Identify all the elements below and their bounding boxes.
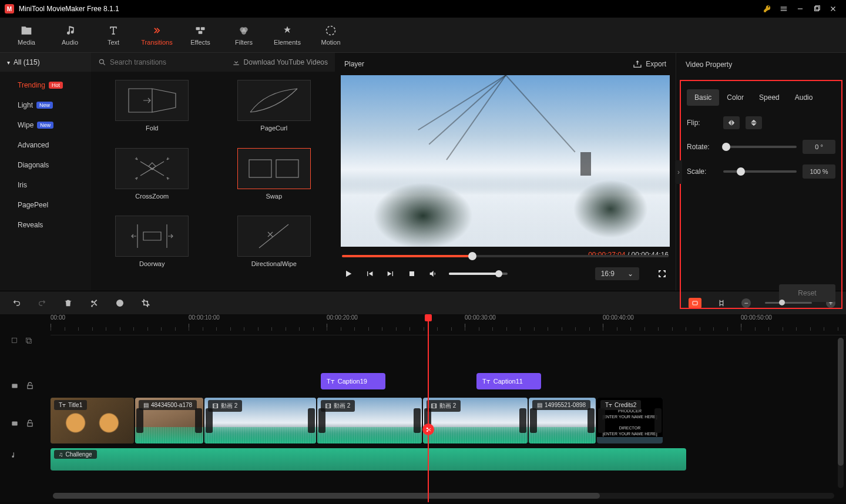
redo-button[interactable] (36, 297, 48, 309)
next-frame-button[interactable] (385, 268, 396, 279)
ruler-tick: 00:00:10:00 (189, 314, 220, 321)
video-clip[interactable]: PRODUCER[ENTER YOUR NAME HERE]DIRECTOR[E… (597, 398, 663, 443)
aspect-ratio-select[interactable]: 16:9⌄ (595, 267, 639, 280)
transition-crosszoom[interactable]: CrossZoom (103, 148, 202, 210)
timeline-v-scrollbar[interactable] (838, 338, 844, 488)
video-clip[interactable]: 🎞動画 2 (423, 398, 528, 443)
titlebar: M MiniTool MovieMaker Free 8.1.1 (0, 0, 846, 18)
scale-slider[interactable] (723, 170, 797, 173)
prop-tab-basic[interactable]: Basic (687, 89, 719, 106)
video-clip[interactable]: ▤48434500-a178 (135, 398, 203, 443)
flip-label: Flip: (687, 119, 717, 127)
audio-track[interactable]: ♫Challenge (51, 448, 839, 472)
transition-fold[interactable]: Fold (103, 80, 202, 142)
prop-tab-color[interactable]: Color (719, 89, 751, 106)
prop-tab-speed[interactable]: Speed (751, 89, 787, 106)
play-button[interactable] (343, 268, 354, 279)
search-input[interactable] (110, 58, 192, 66)
minimize-button[interactable] (792, 2, 808, 16)
player-panel: Player Export 00:00:27:04 / 00:00:44:16 … (335, 53, 676, 291)
mode-toolbar: Media Audio Text Transitions Effects Fil… (0, 18, 846, 53)
menu-icon[interactable] (776, 2, 792, 16)
zoom-slider[interactable] (765, 302, 812, 304)
app-icon: M (5, 4, 14, 14)
unlock-icon[interactable] (26, 419, 34, 428)
close-button[interactable] (825, 2, 841, 16)
tab-elements[interactable]: Elements (267, 18, 308, 52)
split-button[interactable] (88, 297, 100, 309)
delete-button[interactable] (62, 297, 74, 309)
download-youtube-link[interactable]: Download YouTube Videos (232, 58, 328, 66)
category-reveals[interactable]: Reveals (0, 215, 91, 235)
prop-tab-audio[interactable]: Audio (787, 89, 821, 106)
tab-filters[interactable]: Filters (223, 18, 264, 52)
stack-icon[interactable] (25, 337, 33, 345)
category-light[interactable]: LightNew (0, 95, 91, 115)
flip-horizontal-button[interactable] (723, 116, 740, 129)
category-diagonals[interactable]: Diagonals (0, 155, 91, 175)
video-track-icon (11, 419, 19, 428)
category-all[interactable]: ▾All (115) (0, 53, 91, 72)
time-ruler[interactable]: 00:0000:00:10:0000:00:20:0000:00:30:0000… (51, 314, 846, 335)
svg-rect-18 (28, 340, 32, 344)
speed-button[interactable] (114, 297, 126, 309)
scale-label: Scale: (687, 167, 717, 176)
video-clip[interactable]: TᴛTitle1 (51, 398, 134, 443)
stop-button[interactable] (407, 268, 417, 279)
volume-slider[interactable] (449, 273, 508, 275)
player-title: Player (344, 60, 364, 68)
tab-text[interactable]: Text (93, 18, 134, 52)
add-track-icon[interactable] (11, 337, 19, 345)
timeline-h-scrollbar[interactable] (53, 493, 834, 499)
split-at-playhead-button[interactable] (422, 424, 434, 435)
text-track[interactable]: TᴛCaption19TᴛCaption11 (51, 367, 839, 397)
rotate-value[interactable]: 0 ° (803, 140, 835, 154)
maximize-button[interactable] (808, 2, 825, 16)
video-preview[interactable] (341, 75, 670, 247)
audio-clip[interactable]: ♫Challenge (51, 448, 686, 471)
video-clip[interactable]: ▤14995521-0898 (529, 398, 596, 443)
panel-collapse-button[interactable]: › (675, 160, 682, 184)
tab-media[interactable]: Media (6, 18, 47, 52)
transition-pagecurl[interactable]: PageCurl (225, 80, 324, 142)
caption-clip[interactable]: TᴛCaption19 (321, 373, 385, 389)
text-track-controls (0, 368, 51, 404)
transition-directionalwipe[interactable]: DirectionalWipe (225, 216, 324, 278)
tab-effects[interactable]: Effects (180, 18, 221, 52)
flip-vertical-button[interactable] (746, 116, 762, 129)
crop-button[interactable] (140, 297, 152, 309)
playhead[interactable] (428, 314, 429, 502)
player-seek-bar[interactable] (342, 250, 669, 261)
search-transitions[interactable] (98, 58, 227, 66)
category-iris[interactable]: Iris (0, 175, 91, 195)
tab-audio[interactable]: Audio (49, 18, 90, 52)
category-wipe[interactable]: WipeNew (0, 115, 91, 135)
svg-rect-0 (798, 8, 803, 9)
tab-transitions[interactable]: Transitions (136, 18, 177, 52)
search-icon (98, 58, 106, 66)
scale-value[interactable]: 100 % (803, 164, 835, 179)
transition-swap[interactable]: Swap (225, 148, 324, 210)
property-title: Video Property (686, 61, 732, 69)
svg-rect-2 (815, 6, 820, 10)
export-button[interactable]: Export (633, 59, 666, 69)
transition-doorway[interactable]: Doorway (103, 216, 202, 278)
rotate-slider[interactable] (723, 146, 797, 148)
video-clip[interactable]: 🎞動画 2 (204, 398, 316, 443)
fullscreen-button[interactable] (657, 268, 667, 279)
video-clip[interactable]: 🎞動画 2 (317, 398, 422, 443)
upgrade-key-icon[interactable] (759, 2, 776, 16)
category-pagepeel[interactable]: PagePeel (0, 195, 91, 215)
undo-button[interactable] (11, 297, 22, 309)
svg-rect-4 (201, 27, 205, 30)
video-track[interactable]: TᴛTitle1▤48434500-a178🎞動画 2🎞動画 2🎞動画 2▤14… (51, 398, 839, 445)
tab-motion[interactable]: Motion (310, 18, 351, 52)
volume-icon[interactable] (428, 268, 438, 279)
svg-rect-11 (249, 160, 271, 177)
unlock-icon[interactable] (26, 382, 34, 390)
category-advanced[interactable]: Advanced (0, 135, 91, 155)
caption-clip[interactable]: TᴛCaption11 (476, 373, 541, 389)
category-trending[interactable]: TrendingHot (0, 75, 91, 95)
prev-frame-button[interactable] (364, 268, 375, 279)
reset-button[interactable]: Reset (779, 284, 835, 302)
